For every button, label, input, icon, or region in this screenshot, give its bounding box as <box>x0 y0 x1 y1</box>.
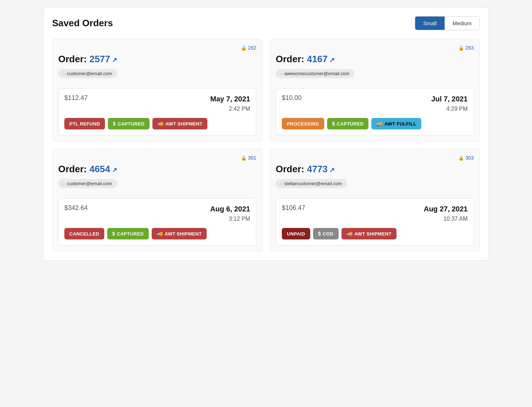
order-badges-3: UNPAID$COD🚚AWT SHIPMENT <box>282 228 468 239</box>
order-date-3: Aug 27, 202110:37 AM <box>424 204 468 223</box>
truck-icon-0-2: 🚚 <box>157 121 164 127</box>
truck-icon-3-2: 🚚 <box>347 231 353 237</box>
order-card-2: 🔒301Order: 4654↗›customer@email.com $342… <box>52 149 262 252</box>
order-lock-id-1: 283 <box>466 45 474 51</box>
order-lock-bar-2: 🔒301 <box>58 155 256 161</box>
email-text-0: customer@email.com <box>67 71 112 76</box>
badge-2-2[interactable]: 🚚AWT SHIPMENT <box>152 228 207 239</box>
email-text-2: customer@email.com <box>67 181 112 186</box>
badge-label-2-2: AWT SHIPMENT <box>165 231 202 237</box>
badge-label-2-0: CANCELLED <box>69 231 99 237</box>
lock-icon-2: 🔒 <box>241 155 247 161</box>
order-date-0: May 7, 20212:42 PM <box>210 94 250 113</box>
badge-2-1[interactable]: $CAPTURED <box>107 228 149 239</box>
dollar-icon-2-1: $ <box>112 231 115 237</box>
order-lock-id-3: 303 <box>466 155 474 161</box>
badge-3-2[interactable]: 🚚AWT SHIPMENT <box>341 228 397 239</box>
order-lock-id-0: 282 <box>248 45 256 51</box>
order-card-0: 🔒282Order: 2577↗›customer@email.com $112… <box>52 39 262 142</box>
truck-icon-1-2: 🚚 <box>376 121 382 127</box>
badge-label-0-2: AWT SHIPMENT <box>165 121 202 127</box>
order-number-link-3[interactable]: 4773 <box>307 164 328 174</box>
email-badge-3[interactable]: ›stellarcustomer@email.com <box>276 179 347 188</box>
order-time-2: 3:12 PM <box>229 216 250 222</box>
order-time-3: 10:37 AM <box>443 216 468 222</box>
medium-size-button[interactable]: Medium <box>445 17 480 30</box>
size-toggle: Small Medium <box>415 16 480 30</box>
badge-1-2[interactable]: 🚚AWT FULFILL <box>371 118 421 129</box>
order-number-link-2[interactable]: 4654 <box>90 164 110 174</box>
order-meta-2: $342.64 Aug 6, 20213:12 PM <box>64 204 250 223</box>
badge-1-0[interactable]: PROCESSING <box>282 118 324 129</box>
dollar-icon-1-1: $ <box>332 121 335 127</box>
external-link-icon-2: ↗ <box>112 166 117 174</box>
page-header: Saved Orders Small Medium <box>52 16 480 30</box>
order-meta-0: $112.47 May 7, 20212:42 PM <box>64 94 250 113</box>
order-lock-id-2: 301 <box>248 155 256 161</box>
badge-label-1-1: CAPTURED <box>337 121 364 127</box>
lock-icon-1: 🔒 <box>458 45 464 51</box>
order-title-2: Order: 4654↗ <box>58 164 256 175</box>
order-badges-2: CANCELLED$CAPTURED🚚AWT SHIPMENT <box>64 228 250 239</box>
order-number-link-0[interactable]: 2577 <box>90 54 110 64</box>
badge-3-1[interactable]: $COD <box>313 228 339 239</box>
order-amount-3: $106.47 <box>282 204 305 212</box>
dollar-icon-0-1: $ <box>113 121 116 127</box>
badge-0-0[interactable]: PTL REFUND <box>64 118 105 129</box>
order-date-2: Aug 6, 20213:12 PM <box>210 204 250 223</box>
badge-label-0-1: CAPTURED <box>118 121 145 127</box>
order-amount-2: $342.64 <box>64 204 88 212</box>
order-title-1: Order: 4167↗ <box>276 54 474 65</box>
order-time-0: 2:42 PM <box>229 106 250 112</box>
email-wrap-0: ›customer@email.com <box>58 69 256 83</box>
order-date-1: Jul 7, 20214:29 PM <box>431 94 468 113</box>
order-lock-bar-3: 🔒303 <box>276 155 474 161</box>
order-details-box-0: $112.47 May 7, 20212:42 PM PTL REFUND$CA… <box>58 88 256 136</box>
order-details-box-3: $106.47 Aug 27, 202110:37 AM UNPAID$COD🚚… <box>276 198 474 246</box>
small-size-button[interactable]: Small <box>415 17 445 30</box>
badge-label-1-2: AWT FULFILL <box>385 121 417 127</box>
badge-label-3-0: UNPAID <box>287 231 305 237</box>
lock-icon-3: 🔒 <box>458 155 464 161</box>
truck-icon-2-2: 🚚 <box>157 231 163 237</box>
badge-label-2-1: CAPTURED <box>117 231 144 237</box>
badge-1-1[interactable]: $CAPTURED <box>327 118 369 129</box>
badge-label-3-2: AWT SHIPMENT <box>354 231 391 237</box>
email-chevron-icon-1: › <box>281 72 282 76</box>
email-badge-2[interactable]: ›customer@email.com <box>58 179 117 188</box>
order-meta-1: $10.00 Jul 7, 20214:29 PM <box>282 94 468 113</box>
email-badge-1[interactable]: ›awesomecustomer@email.com <box>276 69 354 78</box>
order-amount-0: $112.47 <box>64 94 88 102</box>
order-card-3: 🔒303Order: 4773↗›stellarcustomer@email.c… <box>270 149 480 252</box>
external-link-icon-3: ↗ <box>329 166 335 174</box>
badge-2-0[interactable]: CANCELLED <box>64 228 104 239</box>
badge-label-3-1: COD <box>323 231 334 237</box>
email-wrap-1: ›awesomecustomer@email.com <box>276 69 474 83</box>
order-time-1: 4:29 PM <box>446 106 468 112</box>
email-text-3: stellarcustomer@email.com <box>284 181 342 186</box>
page-title: Saved Orders <box>52 18 113 29</box>
badge-label-1-0: PROCESSING <box>287 121 319 127</box>
orders-grid: 🔒282Order: 2577↗›customer@email.com $112… <box>52 39 480 252</box>
order-details-box-1: $10.00 Jul 7, 20214:29 PM PROCESSING$CAP… <box>276 88 474 136</box>
order-meta-3: $106.47 Aug 27, 202110:37 AM <box>282 204 468 223</box>
order-badges-1: PROCESSING$CAPTURED🚚AWT FULFILL <box>282 118 468 129</box>
email-badge-0[interactable]: ›customer@email.com <box>58 69 117 78</box>
email-chevron-icon-3: › <box>281 182 282 186</box>
badge-0-1[interactable]: $CAPTURED <box>108 118 150 129</box>
order-amount-1: $10.00 <box>282 94 302 102</box>
lock-icon-0: 🔒 <box>241 45 247 51</box>
badge-3-0[interactable]: UNPAID <box>282 228 310 239</box>
order-number-link-1[interactable]: 4167 <box>307 54 328 64</box>
dollar-icon-3-1: $ <box>318 231 321 237</box>
saved-orders-container: Saved Orders Small Medium 🔒282Order: 257… <box>43 7 489 261</box>
external-link-icon-1: ↗ <box>329 56 335 64</box>
badge-0-2[interactable]: 🚚AWT SHIPMENT <box>152 118 208 129</box>
email-chevron-icon-2: › <box>63 182 65 186</box>
order-title-3: Order: 4773↗ <box>276 164 474 175</box>
email-chevron-icon-0: › <box>63 72 65 76</box>
order-title-0: Order: 2577↗ <box>58 54 256 65</box>
email-text-1: awesomecustomer@email.com <box>284 71 350 76</box>
order-lock-bar-1: 🔒283 <box>276 45 474 51</box>
order-lock-bar-0: 🔒282 <box>58 45 256 51</box>
